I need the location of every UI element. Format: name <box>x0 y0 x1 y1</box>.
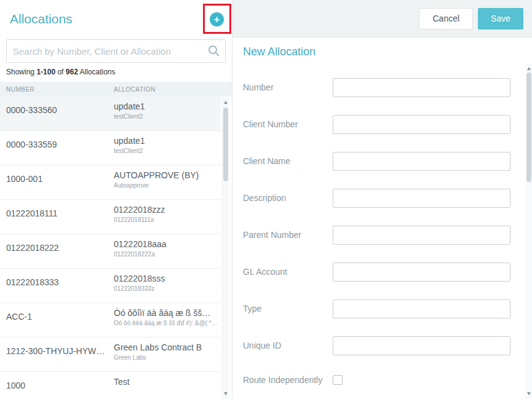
cancel-button[interactable]: Cancel <box>419 8 473 30</box>
field-label: Route Independently <box>243 375 333 385</box>
field-label: Number <box>243 82 333 92</box>
column-header-allocation: ALLOCATION <box>114 86 156 93</box>
allocation-list-item[interactable]: 1212-300-THYUJ-HYW… Green Labs Contract … <box>0 338 221 372</box>
field-checkbox[interactable] <box>333 375 343 385</box>
allocation-list-item[interactable]: 1000 Test <box>0 372 221 399</box>
allocation-list-item[interactable]: ACC-1 Òó ôôîìï äà âáą æ ß šš… Oó ôò èèà … <box>0 303 221 338</box>
allocation-cell: 01222018sss 01222018333z <box>114 269 221 302</box>
form-field-row: Type <box>243 290 511 327</box>
add-allocation-button[interactable]: + <box>210 12 224 26</box>
allocation-list-item[interactable]: 0000-333559 update1 testClient2 <box>0 131 221 165</box>
allocation-cell: update1 testClient2 <box>114 97 221 130</box>
field-label: Description <box>243 193 333 203</box>
allocation-name: 01222018sss <box>114 274 220 283</box>
search-input[interactable] <box>6 39 226 63</box>
save-button[interactable]: Save <box>478 8 523 30</box>
form-field-row: Description <box>243 180 511 216</box>
form-title: New Allocation <box>243 45 511 58</box>
scroll-down-icon[interactable] <box>526 390 532 398</box>
allocation-number: 01222018111 <box>6 200 114 234</box>
list-scrollbar[interactable] <box>222 98 229 399</box>
allocation-list-item[interactable]: 1000-001 AUTOAPPROVE (BY) Autoapprove <box>0 165 221 200</box>
allocation-list-item[interactable]: 0000-333560 update1 testClient2 <box>0 97 221 131</box>
allocation-client: testClient2 <box>114 113 220 120</box>
allocations-app: Allocations + Showing 1-100 of 962 Alloc… <box>0 0 532 399</box>
summary-range: 1-100 <box>36 68 55 76</box>
search-icon[interactable] <box>207 44 221 58</box>
field-label: Client Name <box>243 156 333 166</box>
allocation-cell: Test <box>114 372 221 399</box>
form-field-row: Client Number <box>243 106 511 143</box>
allocation-cell: Òó ôôîìï äà âáą æ ß šš… Oó ôò èèà âáą æ … <box>114 303 221 337</box>
summary-text: Showing <box>6 68 34 76</box>
scroll-up-icon[interactable] <box>526 65 532 73</box>
field-label: Client Number <box>243 119 333 129</box>
form-field-row: Parent Number <box>243 216 511 253</box>
field-input[interactable] <box>333 78 510 97</box>
allocation-cell: 01222018aaa 01222018222a <box>114 234 221 268</box>
field-label: GL Account <box>243 267 333 277</box>
summary-total: 962 <box>66 68 78 76</box>
search-bar <box>6 39 226 63</box>
allocation-number: 01222018222 <box>6 234 114 268</box>
column-header-number: NUMBER <box>6 86 114 93</box>
list-column-headers: NUMBER ALLOCATION <box>0 82 232 97</box>
scroll-down-icon[interactable] <box>223 390 229 398</box>
allocation-cell: 01222018zzz 01222018111a <box>114 200 221 234</box>
allocation-name: Òó ôôîìï äà âáą æ ß šš… <box>114 308 220 318</box>
allocation-client: 01222018111a <box>114 216 220 223</box>
allocation-client: Green Labs <box>114 354 220 361</box>
allocation-number: 1000-001 <box>6 165 114 199</box>
allocation-number: 0000-333559 <box>6 131 114 165</box>
field-input[interactable] <box>333 226 510 245</box>
allocation-number: ACC-1 <box>6 303 114 337</box>
allocation-client: Autoapprove <box>114 182 220 189</box>
allocation-cell: Green Labs Contract B Green Labs <box>114 338 221 371</box>
field-label: Unique ID <box>243 341 333 350</box>
field-input[interactable] <box>333 152 510 171</box>
allocation-cell: AUTOAPPROVE (BY) Autoapprove <box>114 165 221 199</box>
allocation-list-panel: Allocations + Showing 1-100 of 962 Alloc… <box>0 0 232 399</box>
field-label: Type <box>243 304 333 314</box>
form-field-row: Unique ID <box>243 327 511 364</box>
new-allocation-panel: Cancel Save New Allocation Number Client… <box>232 0 532 399</box>
plus-icon: + <box>214 14 220 25</box>
page-title: Allocations <box>10 12 73 26</box>
allocation-number: 1212-300-THYUJ-HYW… <box>6 338 114 371</box>
allocation-name: Test <box>114 377 220 387</box>
field-input[interactable] <box>333 263 510 282</box>
allocation-name: 01222018zzz <box>114 205 220 215</box>
summary-text: of <box>57 68 63 76</box>
field-input[interactable] <box>333 299 510 318</box>
allocation-name: AUTOAPPROVE (BY) <box>114 170 220 180</box>
field-input[interactable] <box>333 115 510 134</box>
field-input[interactable] <box>333 336 510 355</box>
allocation-list-item[interactable]: 01222018111 01222018zzz 01222018111a <box>0 200 221 234</box>
allocation-client: testClient2 <box>114 148 220 154</box>
allocation-name: 01222018aaa <box>114 239 220 249</box>
field-label: Parent Number <box>243 230 333 240</box>
allocation-cell: update1 testClient2 <box>114 131 221 165</box>
scroll-up-icon[interactable] <box>223 99 229 106</box>
new-allocation-form: New Allocation Number Client Number Clie… <box>232 38 532 399</box>
allocation-number: 0000-333560 <box>6 97 114 130</box>
form-field-row: GL Account <box>243 253 511 290</box>
results-summary: Showing 1-100 of 962 Allocations <box>6 68 226 76</box>
form-field-row: Client Name <box>243 143 511 180</box>
allocation-number: 01222018333 <box>6 269 114 302</box>
form-toolbar: Cancel Save <box>232 0 532 38</box>
form-scrollbar-thumb[interactable] <box>526 73 531 182</box>
summary-label: Allocations <box>79 68 115 76</box>
allocation-client: Oó ôò èèà âáą æ ß šš ďď #): &@( *… <box>114 320 220 326</box>
allocation-list-item[interactable]: 01222018333 01222018sss 01222018333z <box>0 269 221 303</box>
form-field-row: Route Independently <box>243 364 511 396</box>
allocation-client: 01222018333z <box>114 285 220 292</box>
allocation-name: Green Labs Contract B <box>114 342 220 352</box>
form-scrollbar[interactable] <box>526 64 532 399</box>
left-panel-header: Allocations + <box>0 0 232 38</box>
allocation-name: update1 <box>114 101 220 111</box>
allocation-list-item[interactable]: 01222018222 01222018aaa 01222018222a <box>0 234 221 269</box>
list-scrollbar-thumb[interactable] <box>223 108 228 181</box>
field-input[interactable] <box>333 189 510 208</box>
allocation-client: 01222018222a <box>114 251 220 258</box>
